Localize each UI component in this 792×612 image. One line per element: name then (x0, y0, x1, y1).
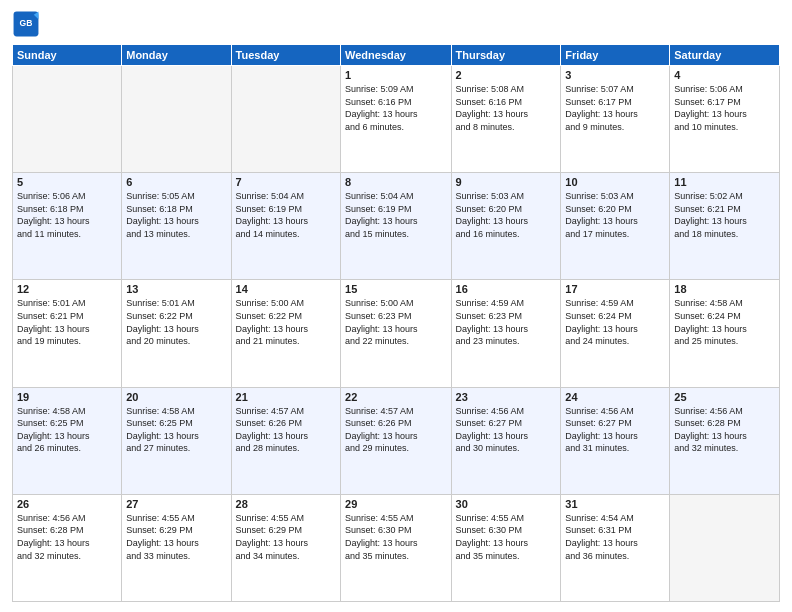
calendar-table: SundayMondayTuesdayWednesdayThursdayFrid… (12, 44, 780, 602)
calendar-day-19: 19Sunrise: 4:58 AM Sunset: 6:25 PM Dayli… (13, 387, 122, 494)
calendar-day-7: 7Sunrise: 5:04 AM Sunset: 6:19 PM Daylig… (231, 173, 340, 280)
logo-icon: GB (12, 10, 40, 38)
day-info: Sunrise: 4:57 AM Sunset: 6:26 PM Dayligh… (236, 405, 336, 455)
calendar-day-17: 17Sunrise: 4:59 AM Sunset: 6:24 PM Dayli… (561, 280, 670, 387)
day-info: Sunrise: 4:54 AM Sunset: 6:31 PM Dayligh… (565, 512, 665, 562)
svg-text:GB: GB (20, 18, 33, 28)
calendar-day-18: 18Sunrise: 4:58 AM Sunset: 6:24 PM Dayli… (670, 280, 780, 387)
calendar-day-3: 3Sunrise: 5:07 AM Sunset: 6:17 PM Daylig… (561, 66, 670, 173)
day-info: Sunrise: 4:58 AM Sunset: 6:25 PM Dayligh… (17, 405, 117, 455)
day-number: 2 (456, 69, 557, 81)
calendar-day-8: 8Sunrise: 5:04 AM Sunset: 6:19 PM Daylig… (341, 173, 451, 280)
day-info: Sunrise: 5:08 AM Sunset: 6:16 PM Dayligh… (456, 83, 557, 133)
day-info: Sunrise: 4:56 AM Sunset: 6:28 PM Dayligh… (674, 405, 775, 455)
day-info: Sunrise: 4:58 AM Sunset: 6:24 PM Dayligh… (674, 297, 775, 347)
day-info: Sunrise: 5:09 AM Sunset: 6:16 PM Dayligh… (345, 83, 446, 133)
calendar-day-5: 5Sunrise: 5:06 AM Sunset: 6:18 PM Daylig… (13, 173, 122, 280)
day-info: Sunrise: 4:59 AM Sunset: 6:24 PM Dayligh… (565, 297, 665, 347)
day-number: 23 (456, 391, 557, 403)
day-number: 7 (236, 176, 336, 188)
calendar-day-1: 1Sunrise: 5:09 AM Sunset: 6:16 PM Daylig… (341, 66, 451, 173)
calendar-day-empty (122, 66, 231, 173)
day-number: 29 (345, 498, 446, 510)
day-info: Sunrise: 5:01 AM Sunset: 6:21 PM Dayligh… (17, 297, 117, 347)
col-header-friday: Friday (561, 45, 670, 66)
col-header-sunday: Sunday (13, 45, 122, 66)
day-number: 6 (126, 176, 226, 188)
col-header-thursday: Thursday (451, 45, 561, 66)
day-info: Sunrise: 4:56 AM Sunset: 6:27 PM Dayligh… (456, 405, 557, 455)
day-info: Sunrise: 5:01 AM Sunset: 6:22 PM Dayligh… (126, 297, 226, 347)
calendar-day-26: 26Sunrise: 4:56 AM Sunset: 6:28 PM Dayli… (13, 494, 122, 601)
day-info: Sunrise: 4:55 AM Sunset: 6:29 PM Dayligh… (236, 512, 336, 562)
calendar-week-row: 1Sunrise: 5:09 AM Sunset: 6:16 PM Daylig… (13, 66, 780, 173)
day-number: 4 (674, 69, 775, 81)
calendar-day-16: 16Sunrise: 4:59 AM Sunset: 6:23 PM Dayli… (451, 280, 561, 387)
col-header-monday: Monday (122, 45, 231, 66)
day-info: Sunrise: 5:04 AM Sunset: 6:19 PM Dayligh… (345, 190, 446, 240)
calendar-header-row: SundayMondayTuesdayWednesdayThursdayFrid… (13, 45, 780, 66)
calendar-day-15: 15Sunrise: 5:00 AM Sunset: 6:23 PM Dayli… (341, 280, 451, 387)
day-info: Sunrise: 5:03 AM Sunset: 6:20 PM Dayligh… (565, 190, 665, 240)
calendar-day-4: 4Sunrise: 5:06 AM Sunset: 6:17 PM Daylig… (670, 66, 780, 173)
day-number: 20 (126, 391, 226, 403)
day-info: Sunrise: 5:03 AM Sunset: 6:20 PM Dayligh… (456, 190, 557, 240)
calendar-week-row: 5Sunrise: 5:06 AM Sunset: 6:18 PM Daylig… (13, 173, 780, 280)
day-info: Sunrise: 5:06 AM Sunset: 6:18 PM Dayligh… (17, 190, 117, 240)
day-number: 19 (17, 391, 117, 403)
calendar-day-28: 28Sunrise: 4:55 AM Sunset: 6:29 PM Dayli… (231, 494, 340, 601)
day-number: 9 (456, 176, 557, 188)
day-number: 13 (126, 283, 226, 295)
day-info: Sunrise: 5:00 AM Sunset: 6:22 PM Dayligh… (236, 297, 336, 347)
day-info: Sunrise: 4:59 AM Sunset: 6:23 PM Dayligh… (456, 297, 557, 347)
day-info: Sunrise: 4:58 AM Sunset: 6:25 PM Dayligh… (126, 405, 226, 455)
day-number: 30 (456, 498, 557, 510)
day-number: 21 (236, 391, 336, 403)
calendar-day-14: 14Sunrise: 5:00 AM Sunset: 6:22 PM Dayli… (231, 280, 340, 387)
calendar-day-empty (231, 66, 340, 173)
calendar-week-row: 26Sunrise: 4:56 AM Sunset: 6:28 PM Dayli… (13, 494, 780, 601)
logo: GB (12, 10, 44, 38)
day-info: Sunrise: 5:02 AM Sunset: 6:21 PM Dayligh… (674, 190, 775, 240)
calendar-day-21: 21Sunrise: 4:57 AM Sunset: 6:26 PM Dayli… (231, 387, 340, 494)
calendar-day-29: 29Sunrise: 4:55 AM Sunset: 6:30 PM Dayli… (341, 494, 451, 601)
calendar-day-9: 9Sunrise: 5:03 AM Sunset: 6:20 PM Daylig… (451, 173, 561, 280)
day-info: Sunrise: 4:56 AM Sunset: 6:27 PM Dayligh… (565, 405, 665, 455)
day-number: 18 (674, 283, 775, 295)
calendar-day-12: 12Sunrise: 5:01 AM Sunset: 6:21 PM Dayli… (13, 280, 122, 387)
day-number: 17 (565, 283, 665, 295)
calendar-day-2: 2Sunrise: 5:08 AM Sunset: 6:16 PM Daylig… (451, 66, 561, 173)
calendar-day-23: 23Sunrise: 4:56 AM Sunset: 6:27 PM Dayli… (451, 387, 561, 494)
day-number: 1 (345, 69, 446, 81)
calendar-day-11: 11Sunrise: 5:02 AM Sunset: 6:21 PM Dayli… (670, 173, 780, 280)
day-number: 15 (345, 283, 446, 295)
day-info: Sunrise: 5:00 AM Sunset: 6:23 PM Dayligh… (345, 297, 446, 347)
calendar-day-empty (13, 66, 122, 173)
day-info: Sunrise: 4:55 AM Sunset: 6:29 PM Dayligh… (126, 512, 226, 562)
day-number: 12 (17, 283, 117, 295)
calendar-day-30: 30Sunrise: 4:55 AM Sunset: 6:30 PM Dayli… (451, 494, 561, 601)
day-number: 31 (565, 498, 665, 510)
day-info: Sunrise: 5:06 AM Sunset: 6:17 PM Dayligh… (674, 83, 775, 133)
calendar-week-row: 19Sunrise: 4:58 AM Sunset: 6:25 PM Dayli… (13, 387, 780, 494)
day-number: 28 (236, 498, 336, 510)
day-number: 24 (565, 391, 665, 403)
day-number: 27 (126, 498, 226, 510)
calendar-day-13: 13Sunrise: 5:01 AM Sunset: 6:22 PM Dayli… (122, 280, 231, 387)
calendar-day-20: 20Sunrise: 4:58 AM Sunset: 6:25 PM Dayli… (122, 387, 231, 494)
col-header-saturday: Saturday (670, 45, 780, 66)
col-header-wednesday: Wednesday (341, 45, 451, 66)
day-info: Sunrise: 5:04 AM Sunset: 6:19 PM Dayligh… (236, 190, 336, 240)
day-number: 3 (565, 69, 665, 81)
calendar-day-22: 22Sunrise: 4:57 AM Sunset: 6:26 PM Dayli… (341, 387, 451, 494)
col-header-tuesday: Tuesday (231, 45, 340, 66)
day-number: 22 (345, 391, 446, 403)
day-info: Sunrise: 5:05 AM Sunset: 6:18 PM Dayligh… (126, 190, 226, 240)
day-number: 25 (674, 391, 775, 403)
day-number: 11 (674, 176, 775, 188)
day-number: 10 (565, 176, 665, 188)
day-number: 14 (236, 283, 336, 295)
day-number: 26 (17, 498, 117, 510)
day-number: 16 (456, 283, 557, 295)
day-number: 5 (17, 176, 117, 188)
